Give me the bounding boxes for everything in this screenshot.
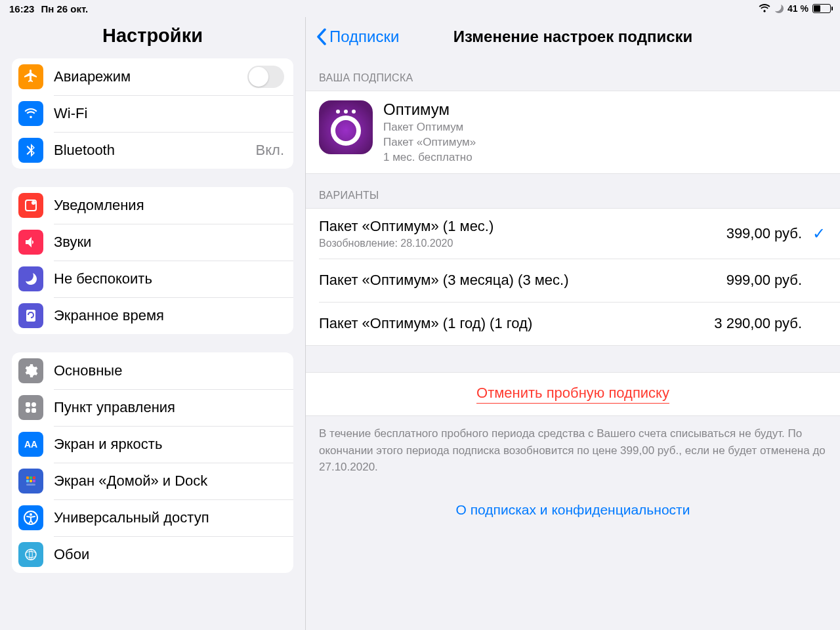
sounds-icon (18, 230, 43, 255)
svg-point-17 (26, 549, 36, 560)
subscription-option[interactable]: Пакет «Оптимум» (3 месяца) (3 мес.)999,0… (306, 259, 840, 302)
settings-sidebar: Настройки АвиарежимWi-FiBluetoothВкл.Уве… (0, 17, 306, 630)
battery-icon (812, 4, 831, 13)
sidebar-title: Настройки (0, 17, 305, 58)
sidebar-item-label: Звуки (54, 234, 284, 251)
svg-rect-9 (30, 476, 32, 479)
dnd-moon-icon (774, 4, 784, 13)
control-center-icon (18, 395, 43, 420)
row-detail: Вкл. (256, 142, 285, 159)
nav-header: Подписки Изменение настроек подписки (306, 17, 840, 56)
svg-rect-10 (33, 476, 35, 479)
svg-text:AA: AA (24, 439, 37, 450)
sidebar-item-gear[interactable]: Основные (12, 352, 293, 389)
sidebar-item-label: Основные (54, 362, 284, 379)
subscription-card: Оптимум Пакет Оптимум Пакет «Оптимум» 1 … (306, 91, 840, 174)
svg-rect-14 (26, 484, 35, 486)
gear-icon (18, 358, 43, 383)
svg-point-16 (30, 513, 32, 516)
status-bar: 16:23 Пн 26 окт. 41 % (0, 0, 840, 17)
wallpaper-icon (18, 542, 43, 567)
back-button[interactable]: Подписки (316, 28, 399, 46)
sidebar-item-sounds[interactable]: Звуки (12, 224, 293, 261)
section-header-options: ВАРИАНТЫ (306, 174, 840, 208)
section-header-subscription: ВАША ПОДПИСКА (306, 56, 840, 91)
sidebar-item-label: Экран «Домой» и Dock (54, 472, 284, 490)
option-title: Пакет «Оптимум» (3 месяца) (3 мес.) (319, 272, 569, 289)
sidebar-item-screentime[interactable]: Экранное время (12, 297, 293, 334)
bluetooth-icon (18, 138, 43, 163)
checkmark-icon: ✓ (811, 224, 827, 243)
sidebar-item-label: Не беспокоить (54, 270, 284, 287)
svg-rect-13 (33, 480, 35, 482)
option-price: 3 290,00 руб. (714, 315, 802, 332)
sidebar-item-notifications[interactable]: Уведомления (12, 187, 293, 224)
sidebar-item-label: Авиарежим (54, 68, 247, 85)
sidebar-item-label: Экранное время (54, 307, 284, 324)
screentime-icon (18, 303, 43, 328)
sidebar-item-airplane[interactable]: Авиарежим (12, 58, 293, 95)
sidebar-item-label: Обои (54, 546, 284, 563)
status-time: 16:23 (9, 3, 34, 14)
display-icon: AA (18, 432, 43, 457)
sidebar-item-wallpaper[interactable]: Обои (12, 536, 293, 573)
accessibility-icon (18, 505, 43, 530)
footer-note: В течение бесплатного пробного периода с… (306, 416, 840, 495)
subscription-line1: Пакет Оптимум (383, 121, 476, 134)
chevron-left-icon (316, 28, 327, 45)
option-subtitle: Возобновление: 28.10.2020 (319, 238, 494, 249)
subscription-option[interactable]: Пакет «Оптимум» (1 год) (1 год)3 290,00 … (306, 302, 840, 345)
sidebar-item-display[interactable]: AAЭкран и яркость (12, 426, 293, 463)
sidebar-item-label: Wi-Fi (54, 105, 284, 122)
airplane-toggle[interactable] (247, 66, 284, 88)
sidebar-item-bluetooth[interactable]: BluetoothВкл. (12, 132, 293, 169)
status-date: Пн 26 окт. (41, 3, 88, 14)
wifi-icon (759, 4, 770, 13)
sidebar-item-accessibility[interactable]: Универсальный доступ (12, 499, 293, 536)
sidebar-item-label: Уведомления (54, 197, 284, 214)
cancel-trial-button[interactable]: Отменить пробную подписку (476, 385, 669, 404)
svg-rect-4 (26, 408, 30, 413)
svg-point-1 (32, 201, 35, 205)
subscription-name: Оптимум (383, 100, 476, 119)
sidebar-item-dnd[interactable]: Не беспокоить (12, 261, 293, 297)
sidebar-item-home[interactable]: Экран «Домой» и Dock (12, 463, 293, 499)
notifications-icon (18, 193, 43, 218)
subscription-line3: 1 мес. бесплатно (383, 151, 476, 164)
privacy-link[interactable]: О подписках и конфиденциальности (306, 495, 840, 531)
subscription-option[interactable]: Пакет «Оптимум» (1 мес.)Возобновление: 2… (306, 209, 840, 259)
home-icon (18, 469, 43, 494)
option-price: 999,00 руб. (726, 272, 802, 289)
sidebar-item-label: Универсальный доступ (54, 509, 284, 526)
sidebar-item-label: Bluetooth (54, 142, 256, 159)
svg-rect-3 (32, 402, 36, 407)
back-label: Подписки (329, 28, 399, 46)
detail-pane: Подписки Изменение настроек подписки ВАШ… (306, 17, 840, 630)
dnd-icon (18, 266, 43, 291)
sidebar-item-control-center[interactable]: Пункт управления (12, 389, 293, 426)
svg-rect-5 (32, 408, 36, 413)
svg-rect-12 (30, 480, 32, 482)
subscription-line2: Пакет «Оптимум» (383, 136, 476, 149)
cancel-row: Отменить пробную подписку (306, 372, 840, 416)
airplane-icon (18, 64, 43, 89)
svg-rect-8 (26, 476, 29, 479)
option-title: Пакет «Оптимум» (1 мес.) (319, 218, 494, 235)
battery-percent: 41 % (788, 3, 808, 14)
wifi-icon (18, 101, 43, 126)
option-title: Пакет «Оптимум» (1 год) (1 год) (319, 315, 532, 332)
sidebar-item-label: Экран и яркость (54, 436, 284, 453)
app-icon (319, 100, 373, 154)
options-card: Пакет «Оптимум» (1 мес.)Возобновление: 2… (306, 208, 840, 346)
svg-rect-2 (26, 402, 30, 407)
svg-rect-11 (26, 480, 29, 482)
sidebar-item-label: Пункт управления (54, 399, 284, 416)
option-price: 399,00 руб. (726, 225, 802, 242)
sidebar-item-wifi[interactable]: Wi-Fi (12, 95, 293, 132)
